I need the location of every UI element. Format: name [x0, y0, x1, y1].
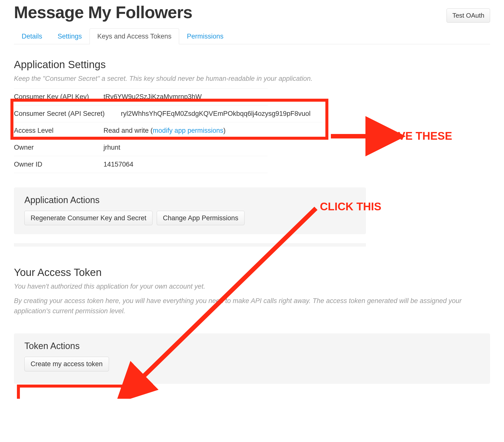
access-level-row: Access Level Read and write (modify app … [14, 122, 268, 139]
owner-id-row: Owner ID 14157064 [14, 156, 268, 173]
section-divider [14, 243, 366, 247]
tab-permissions[interactable]: Permissions [179, 28, 231, 44]
token-actions-heading: Token Actions [24, 341, 480, 351]
modify-app-permissions-link[interactable]: modify app permissions [153, 127, 223, 134]
test-oauth-button[interactable]: Test OAuth [447, 8, 490, 23]
tab-keys-and-access-tokens[interactable]: Keys and Access Tokens [90, 28, 179, 44]
application-settings-table: Consumer Key (API Key) tRv6YW9u2SzJjKzaM… [14, 88, 268, 173]
access-token-help-1: You haven't authorized this application … [14, 281, 490, 292]
consumer-secret-label: Consumer Secret (API Secret) [14, 110, 121, 118]
consumer-key-value: tRv6YW9u2SzJjKzaMymrnp3hW [103, 93, 202, 101]
tabs-bar: Details Settings Keys and Access Tokens … [14, 28, 490, 44]
consumer-secret-value: ryl2WhhsYhQFEqM0ZsdgKQVEmPOkbqq6lj4ozysg… [121, 110, 310, 118]
tab-settings[interactable]: Settings [50, 28, 90, 44]
tab-details[interactable]: Details [14, 28, 50, 44]
annotation-save-these-text: SAVE THESE [384, 130, 452, 142]
regenerate-consumer-key-button[interactable]: Regenerate Consumer Key and Secret [24, 211, 152, 225]
owner-label: Owner [14, 144, 103, 151]
page-title: Message My Followers [14, 2, 192, 22]
access-level-prefix: Read and write ( [103, 127, 153, 134]
token-actions-panel: Token Actions Create my access token [14, 333, 490, 384]
create-my-access-token-button[interactable]: Create my access token [24, 357, 109, 371]
owner-id-label: Owner ID [14, 161, 103, 168]
owner-id-value: 14157064 [103, 161, 133, 168]
consumer-key-label: Consumer Key (API Key) [14, 93, 103, 101]
change-app-permissions-button[interactable]: Change App Permissions [157, 211, 245, 225]
application-actions-panel: Application Actions Regenerate Consumer … [14, 187, 366, 234]
your-access-token-heading: Your Access Token [14, 266, 490, 278]
access-level-suffix: ) [223, 127, 226, 134]
owner-value: jrhunt [103, 144, 120, 151]
access-level-value: Read and write (modify app permissions) [103, 127, 226, 134]
application-settings-help: Keep the "Consumer Secret" a secret. Thi… [14, 74, 490, 84]
consumer-key-row: Consumer Key (API Key) tRv6YW9u2SzJjKzaM… [14, 88, 268, 105]
consumer-secret-row: Consumer Secret (API Secret) ryl2WhhsYhQ… [14, 105, 322, 122]
application-actions-heading: Application Actions [24, 195, 355, 205]
annotation-click-this-box [17, 385, 124, 399]
access-level-label: Access Level [14, 127, 103, 134]
application-settings-heading: Application Settings [14, 59, 490, 71]
access-token-help-2: By creating your access token here, you … [14, 296, 490, 316]
owner-row: Owner jrhunt [14, 139, 268, 156]
